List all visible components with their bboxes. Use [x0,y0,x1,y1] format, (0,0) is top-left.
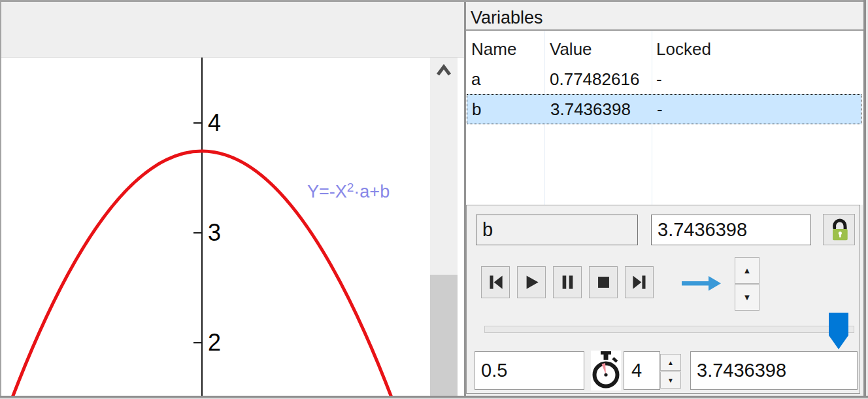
stopwatch-container [591,351,621,390]
variable-value-field[interactable] [651,215,811,245]
stop-icon [595,273,612,291]
variables-panel: Variables Name Value Locked a 0.77482616… [466,2,863,396]
down-arrow-icon: ▼ [667,377,674,384]
y-tick-label-2: 2 [208,329,221,356]
panel-title: Variables [471,5,543,31]
curve-formula-label: Y=-X2·a+b [307,181,390,202]
play-button[interactable] [517,266,546,298]
stopwatch-icon [591,351,621,390]
play-icon [523,273,541,291]
formula-rest: ·a+b [354,182,390,201]
skip-to-start-icon [487,273,505,291]
cell-locked: - [656,65,662,94]
app-window: 4 3 2 Y=-X2·a+b Variables Name Value Loc… [0,0,868,399]
cell-name: a [471,65,480,94]
arrow-right-icon [680,274,722,292]
variables-table: Name Value Locked a 0.77482616 - b 3.743… [466,31,863,205]
steps-down-button[interactable]: ▼ [660,372,681,389]
steps-field[interactable] [624,351,660,390]
down-arrow-icon: ▼ [743,292,752,302]
formula-superscript: 2 [347,181,354,194]
variable-name-field[interactable] [476,215,638,245]
up-arrow-icon: ▲ [667,359,674,366]
cell-locked: - [657,95,663,124]
y-tick-label-4: 4 [208,109,221,136]
formula-base: Y=-X [307,182,347,201]
y-tick-label-3: 3 [208,219,221,246]
plot-toolbar [1,2,464,58]
cell-value: 3.7436398 [550,95,631,124]
animation-controls-group: ▲ ▼ ▲ ▼ [466,205,860,394]
value-slider-track[interactable] [484,326,854,333]
range-min-field[interactable] [475,351,584,390]
column-header-name[interactable]: Name [471,37,516,61]
pause-button[interactable] [553,266,582,298]
plot-scrollbar[interactable] [430,58,458,399]
stop-button[interactable] [589,266,618,298]
up-arrow-icon: ▲ [743,266,752,275]
column-header-value[interactable]: Value [550,37,592,61]
skip-to-end-button[interactable] [625,266,654,298]
direction-up-button[interactable]: ▲ [735,257,760,284]
scrollbar-thumb[interactable] [430,275,458,399]
cell-value: 0.77482616 [550,65,639,94]
skip-to-end-icon [631,273,648,291]
pause-icon [559,273,576,291]
range-max-field[interactable] [690,351,858,390]
value-slider-thumb[interactable] [829,313,848,349]
table-row-b-selected[interactable]: b 3.7436398 - [467,94,861,124]
skip-to-start-button[interactable] [481,266,510,298]
table-row-a[interactable]: a 0.77482616 - [466,65,863,94]
plot-svg: 4 3 2 [1,58,430,399]
cell-name: b [472,95,481,124]
lock-toggle-button[interactable] [823,214,855,245]
steps-up-button[interactable]: ▲ [660,354,681,371]
window-border-top [0,0,868,2]
unlock-icon [826,216,852,243]
plot-canvas[interactable]: 4 3 2 Y=-X2·a+b [1,58,430,399]
chevron-up-icon[interactable] [436,64,452,77]
column-header-locked[interactable]: Locked [656,37,711,61]
window-border-left [0,0,1,399]
direction-down-button[interactable]: ▼ [735,284,760,311]
